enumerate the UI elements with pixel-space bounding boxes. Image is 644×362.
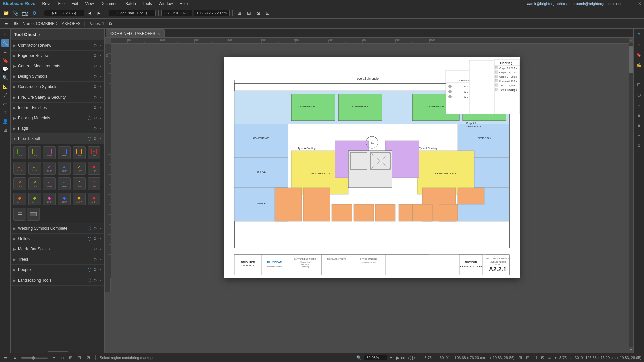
right-signatures-icon[interactable]: ✍ <box>634 60 644 70</box>
symbol-sq-yellow[interactable]: 1HP <box>28 146 41 159</box>
gear-icon-1[interactable]: ⚙ <box>93 53 98 59</box>
status-list-btn[interactable]: ☰ <box>3 355 9 361</box>
gear-icon-trees[interactable]: ⚙ <box>93 256 98 262</box>
play-btn[interactable]: ▶ <box>396 355 400 360</box>
crop-btn[interactable]: ⊞ <box>235 9 244 17</box>
tile-view-btn[interactable]: ⊟ <box>525 355 531 361</box>
arrow-icon-landscaping[interactable]: › <box>99 277 102 283</box>
group-people-header[interactable]: ▶ People ⬡ ⚙ › <box>11 265 104 275</box>
slider-thumb[interactable] <box>32 356 35 360</box>
menu-help[interactable]: Help <box>178 1 189 7</box>
symbol-dia-orange[interactable]: ◆1HP <box>13 193 26 205</box>
play-prev-btn[interactable]: ◁ <box>407 355 411 360</box>
symbol-arr-red[interactable]: ✓1HP <box>88 177 100 190</box>
page-indicator[interactable]: Floor Plan (1 of 1) <box>109 10 156 16</box>
symbol-sq-pink[interactable]: 1HP <box>43 146 56 159</box>
gear-icon-welding[interactable]: ⚙ <box>93 225 98 231</box>
gear-icon-landscaping[interactable]: ⚙ <box>93 277 98 283</box>
symbol-list-icon[interactable]: ☰ <box>13 208 26 221</box>
sidebar-text[interactable]: T <box>1 109 9 117</box>
maximize-btn[interactable]: □ <box>633 1 635 6</box>
scroll-thumb[interactable] <box>629 46 633 73</box>
grid-view-btn[interactable]: ⊞ <box>517 355 523 361</box>
symbol-dia-blue[interactable]: ◆1HP <box>58 193 71 205</box>
symbol-arr-orange[interactable]: ↗1HP <box>13 177 26 190</box>
symbol-arr-green[interactable]: ↗1HP <box>28 177 41 190</box>
sidebar-users[interactable]: 👤 <box>1 117 9 125</box>
settings-btn[interactable]: ⚙ <box>30 9 38 17</box>
arrow-icon-7[interactable]: › <box>99 115 102 121</box>
gear-icon-3[interactable]: ⚙ <box>93 73 98 79</box>
symbol-arr-blue[interactable]: ✓1HP <box>58 177 71 190</box>
symbol-sq-red[interactable]: 1HP <box>88 146 100 159</box>
gear-icon-people[interactable]: ⚙ <box>93 267 98 273</box>
group-design-symbols-header[interactable]: ▶ Design Symbols ⚙ › <box>11 71 104 81</box>
status-table-btn[interactable]: ⊟ <box>76 355 83 361</box>
symbol-chk-pink[interactable]: ✓1HP <box>43 162 56 175</box>
gear-icon-0[interactable]: ⚙ <box>93 42 98 48</box>
play-next-btn[interactable]: ▷ <box>412 355 416 360</box>
symbol-dia-red[interactable]: ◆1HP <box>88 193 100 205</box>
symbol-dia-green[interactable]: ◆1HP <box>28 193 41 205</box>
right-stamps-icon[interactable]: ⊕ <box>634 70 644 80</box>
right-compare-icon[interactable]: ⇄ <box>634 101 644 110</box>
arrow-icon-3[interactable]: › <box>99 73 102 79</box>
right-properties-icon[interactable]: P <box>634 30 644 40</box>
sidebar-shapes[interactable]: ▭ <box>1 100 9 108</box>
split-btn[interactable]: ⊡ <box>264 9 272 17</box>
group-grilles-header[interactable]: ▶ Grilles ⬡ ⚙ › <box>11 234 104 244</box>
panel-toggle[interactable]: ☰ <box>3 20 9 27</box>
arrow-icon-4[interactable]: › <box>99 84 102 90</box>
group-metric-bar-scales-header[interactable]: ▶ Metric Bar Scales ⚙ › <box>11 244 104 254</box>
zoom-dropdown-btn[interactable]: ▾ <box>389 355 393 361</box>
page-view-btn[interactable]: ☐ <box>532 355 538 361</box>
group-fire-life-safety-header[interactable]: ▶ Fire, Life Safety & Security ⚙ › <box>11 92 104 102</box>
sidebar-bookmarks[interactable]: 🔖 <box>1 56 9 64</box>
copy-btn[interactable]: ⧉ <box>106 20 114 28</box>
status-triangle-down[interactable]: ▼ <box>51 355 57 361</box>
right-form-icon[interactable]: ☐ <box>634 80 644 90</box>
symbol-chk-blue[interactable]: ●1HP <box>58 162 71 175</box>
right-reduce-icon[interactable]: − <box>634 131 644 140</box>
symbol-chk-red[interactable]: ✕1HP <box>88 162 100 175</box>
menu-file[interactable]: File <box>57 1 66 7</box>
symbol-sq-green[interactable]: 1HP <box>13 146 26 159</box>
gear-icon-7[interactable]: ⚙ <box>93 115 98 121</box>
status-triangle-up[interactable]: ▲ <box>12 355 18 361</box>
gear-icon-9[interactable]: ⚙ <box>93 136 98 142</box>
symbol-arr-yellow[interactable]: ↗1HP <box>73 177 86 190</box>
arrow-icon-grilles[interactable]: › <box>99 236 102 242</box>
view-btn[interactable]: ⊟ <box>245 9 253 17</box>
panel-right-btn[interactable]: ▾ <box>553 355 558 361</box>
group-contractor-review-header[interactable]: ▶ Contractor Review ⚙ › <box>11 40 104 50</box>
gear-icon-4[interactable]: ⚙ <box>93 84 98 90</box>
arrow-icon-1[interactable]: › <box>99 53 102 59</box>
symbol-chk-yellow[interactable]: ✓1HP <box>73 162 86 175</box>
group-construction-symbols-header[interactable]: ▶ Construction Symbols ⚙ › <box>11 82 104 92</box>
play-end-btn[interactable]: ⏭ <box>401 355 406 360</box>
camera-btn[interactable]: 📷 <box>21 9 29 17</box>
zoom-value[interactable]: 30.03% <box>364 355 387 360</box>
back-btn[interactable]: ◄ <box>86 9 94 17</box>
menu-revu[interactable]: Revu <box>41 1 53 7</box>
arrow-icon-2[interactable]: › <box>99 63 102 69</box>
sidebar-stamp[interactable]: 🖊 <box>1 91 9 99</box>
tool-panel-dropdown[interactable]: ▼ <box>38 33 41 36</box>
group-trees-header[interactable]: ▶ Trees ⚙ › <box>11 254 104 264</box>
sidebar-search[interactable]: 🔍 <box>1 74 9 82</box>
arrow-icon-6[interactable]: › <box>99 105 102 111</box>
right-layers-icon[interactable]: ≡ <box>634 40 644 50</box>
menu-window[interactable]: Window <box>157 1 174 7</box>
group-welding-symbols-header[interactable]: ▶ Welding Symbols Complete ⬡ ⚙ › <box>11 223 104 233</box>
sidebar-grid[interactable]: ⊞ <box>1 126 9 134</box>
gear-icon-6[interactable]: ⚙ <box>93 105 98 111</box>
vertical-scrollbar[interactable]: ▲ ▼ <box>629 38 633 353</box>
zoom-icon-btn[interactable]: 🔍 <box>355 355 363 361</box>
arrow-icon-5[interactable]: › <box>99 94 102 100</box>
close-btn[interactable]: ✕ <box>638 1 641 6</box>
arrow-icon-trees[interactable]: › <box>99 256 102 262</box>
arrow-icon-9[interactable]: › <box>99 136 102 142</box>
menu-view[interactable]: View <box>84 1 95 7</box>
right-overlay-icon[interactable]: ⊞ <box>634 111 644 120</box>
minimize-btn[interactable]: ─ <box>627 1 630 6</box>
